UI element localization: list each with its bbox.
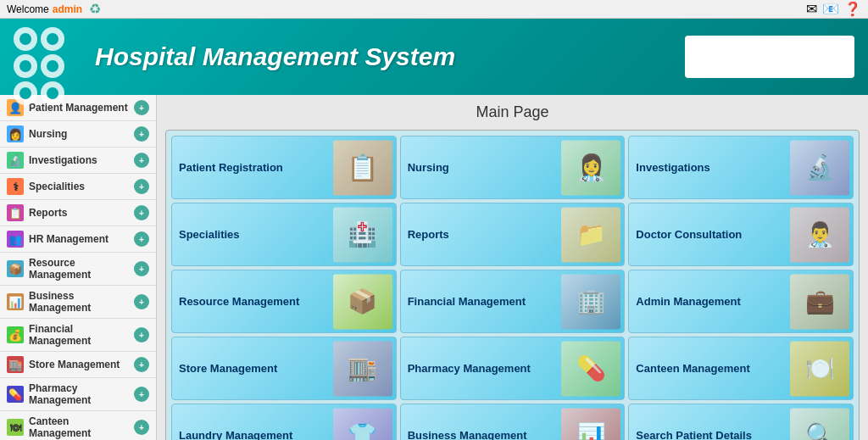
sidebar-item-investigations[interactable]: 🔬Investigations+ [0, 148, 156, 174]
help-icon[interactable]: ❓ [844, 1, 861, 17]
layout: 👤Patient Management+👩Nursing+🔬Investigat… [0, 95, 868, 440]
sidebar-icon-resource-management: 📦 [7, 260, 24, 277]
sidebar-label-reports: Reports [29, 207, 134, 219]
email-icon[interactable]: 📧 [822, 1, 839, 17]
header-search-box [685, 36, 854, 78]
cell-label-1-1: Reports [408, 228, 449, 241]
grid-row-3: Store ManagementPharmacy ManagementCante… [171, 337, 854, 400]
cell-label-4-2: Search Patient Details [636, 429, 752, 440]
grid-cell-3-0[interactable]: Store Management [171, 337, 397, 400]
cell-img-1-1 [561, 207, 620, 262]
sidebar-icon-investigations: 🔬 [7, 152, 24, 169]
cell-label-0-0: Patient Registration [179, 161, 283, 174]
cell-label-2-0: Resource Management [179, 295, 299, 308]
sidebar-icon-business-management: 📊 [7, 293, 24, 310]
cell-img-0-2 [790, 140, 849, 195]
cell-label-3-0: Store Management [179, 362, 277, 375]
cell-img-3-1 [561, 341, 620, 396]
admin-username: admin [53, 3, 82, 15]
cell-img-3-2 [790, 341, 849, 396]
cell-img-4-1 [561, 408, 620, 440]
sidebar-item-nursing[interactable]: 👩Nursing+ [0, 121, 156, 148]
cell-img-1-2 [790, 207, 849, 262]
cell-label-4-1: Business Management [408, 429, 527, 440]
sidebar-icon-pharmacy-management: 💊 [7, 386, 24, 403]
grid-cell-1-1[interactable]: Reports [400, 203, 626, 266]
sidebar-item-store-management[interactable]: 🏬Store Management+ [0, 352, 156, 378]
cell-img-0-0 [333, 140, 392, 195]
cell-img-0-1 [561, 140, 620, 195]
sidebar-icon-nursing: 👩 [7, 125, 24, 142]
cell-img-4-2 [790, 408, 849, 440]
sidebar-label-pharmacy-management: Pharmacy Management [29, 382, 134, 406]
grid-cell-0-0[interactable]: Patient Registration [171, 136, 397, 199]
cell-label-4-0: Laundry Management [179, 429, 292, 440]
grid-cell-2-0[interactable]: Resource Management [171, 270, 397, 333]
sidebar-arrow-resource-management[interactable]: + [134, 261, 149, 276]
sidebar-arrow-reports[interactable]: + [134, 205, 149, 220]
sidebar-label-investigations: Investigations [29, 154, 134, 166]
top-icon-group: ✉ 📧 ❓ [806, 1, 861, 17]
cell-label-2-1: Financial Management [408, 295, 526, 308]
main-grid: Patient RegistrationNursingInvestigation… [165, 130, 860, 440]
sidebar-arrow-nursing[interactable]: + [134, 126, 149, 142]
grid-cell-3-1[interactable]: Pharmacy Management [400, 337, 626, 400]
sidebar-item-resource-management[interactable]: 📦Resource Management+ [0, 253, 156, 286]
sidebar-icon-store-management: 🏬 [7, 356, 24, 373]
grid-cell-4-1[interactable]: Business Management [400, 404, 626, 440]
grid-row-2: Resource ManagementFinancial ManagementA… [171, 270, 854, 333]
app-title: Hospital Management System [95, 42, 455, 71]
refresh-icon[interactable]: ♻ [89, 1, 101, 17]
sidebar-arrow-canteen-management[interactable]: + [134, 420, 149, 435]
cell-img-1-0 [333, 207, 392, 262]
sidebar-item-financial-management[interactable]: 💰Financial Management+ [0, 319, 156, 352]
sidebar-label-hr-management: HR Management [29, 233, 134, 245]
sidebar-item-hr-management[interactable]: 👥HR Management+ [0, 226, 156, 253]
cell-img-4-0 [333, 408, 392, 440]
welcome-text: Welcome [7, 3, 49, 15]
grid-cell-3-2[interactable]: Canteen Management [628, 337, 854, 400]
grid-cell-4-2[interactable]: Search Patient Details [628, 404, 854, 440]
sidebar-item-business-management[interactable]: 📊Business Management+ [0, 286, 156, 319]
sidebar-label-canteen-management: Canteen Management [29, 415, 134, 439]
sidebar-label-patient-management: Patient Management [29, 102, 134, 114]
sidebar-item-pharmacy-management[interactable]: 💊Pharmacy Management+ [0, 378, 156, 411]
sidebar-arrow-business-management[interactable]: + [134, 294, 149, 309]
sidebar-arrow-patient-management[interactable]: + [134, 100, 149, 115]
grid-cell-1-2[interactable]: Doctor Consultation [628, 203, 854, 266]
cell-label-3-1: Pharmacy Management [408, 362, 531, 375]
cell-img-3-0 [333, 341, 392, 396]
sidebar-icon-reports: 📋 [7, 204, 24, 221]
sidebar-arrow-financial-management[interactable]: + [134, 327, 149, 343]
grid-cell-2-2[interactable]: Admin Management [628, 270, 854, 333]
main-header: Hospital Management System [0, 19, 868, 95]
grid-row-0: Patient RegistrationNursingInvestigation… [171, 136, 854, 199]
sidebar-arrow-specialities[interactable]: + [134, 179, 149, 194]
grid-cell-1-0[interactable]: Specialities [171, 203, 397, 266]
logo [14, 27, 81, 86]
sidebar-item-reports[interactable]: 📋Reports+ [0, 200, 156, 226]
sidebar-item-canteen-management[interactable]: 🍽Canteen Management+ [0, 411, 156, 440]
cell-label-1-2: Doctor Consultation [636, 228, 742, 241]
page-title: Main Page [165, 103, 860, 121]
sidebar-icon-canteen-management: 🍽 [7, 419, 24, 436]
cell-label-1-0: Specialities [179, 228, 240, 241]
sidebar-item-specialities[interactable]: ⚕Specialities+ [0, 174, 156, 200]
cell-img-2-2 [790, 274, 849, 329]
sidebar-arrow-store-management[interactable]: + [134, 357, 149, 372]
sidebar-icon-specialities: ⚕ [7, 178, 24, 195]
top-bar: Welcome admin ♻ ✉ 📧 ❓ [0, 0, 868, 19]
grid-cell-0-2[interactable]: Investigations [628, 136, 854, 199]
sidebar-arrow-investigations[interactable]: + [134, 153, 149, 168]
sidebar-arrow-pharmacy-management[interactable]: + [134, 387, 149, 402]
main-content: Main Page Patient RegistrationNursingInv… [157, 95, 868, 440]
grid-cell-2-1[interactable]: Financial Management [400, 270, 626, 333]
sidebar-arrow-hr-management[interactable]: + [134, 231, 149, 247]
grid-row-1: SpecialitiesReportsDoctor Consultation [171, 203, 854, 266]
grid-cell-0-1[interactable]: Nursing [400, 136, 626, 199]
grid-cell-4-0[interactable]: Laundry Management [171, 404, 397, 440]
sidebar-label-business-management: Business Management [29, 290, 134, 314]
mail-icon[interactable]: ✉ [806, 1, 817, 17]
cell-label-2-2: Admin Management [636, 295, 741, 308]
cell-label-0-1: Nursing [408, 161, 449, 174]
